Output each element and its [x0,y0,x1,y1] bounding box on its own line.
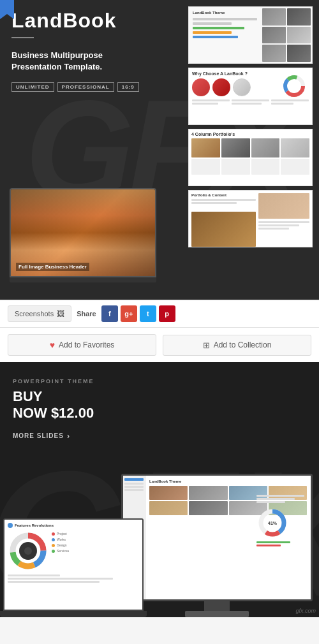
ms-item4 [124,489,144,491]
slide-thumb-1: LandBook Theme [188,6,313,64]
laptop-bottom-bar [10,277,156,282]
monitor-title: LandBook Theme [149,479,307,483]
more-slides-link[interactable]: MORE SLIDES › [13,432,115,441]
twitter-button[interactable]: t [140,305,156,322]
screenshots-icon: 🖼 [57,309,64,318]
lb-dot [8,523,13,528]
legend-dot-design [52,544,55,547]
lb-header: Features Revolutions [8,523,139,528]
collect-row: ♥ Add to Favorites ⊞ Add to Collection [0,328,319,362]
monitor-donut: 41% [256,507,304,541]
slide1-header: LandBook Theme [193,11,257,15]
top-tag [0,0,14,14]
slide4-rtl2 [258,224,299,226]
slide3-text-row [191,159,309,175]
hero-left: LandBook Business Multipurpose Presentat… [11,10,139,99]
slide1-right [261,7,312,63]
mini-photo-6 [287,45,311,62]
mc-6 [189,501,227,515]
mini-photo-4 [287,27,311,44]
tag-ratio: 16:9 [117,82,139,92]
add-to-collection-button[interactable]: ⊞ Add to Collection [163,335,311,356]
screenshots-button[interactable]: Screenshots 🖼 [8,305,71,322]
slide2-tl3 [232,99,269,101]
legend-dot-services [52,550,55,553]
mrt-red [256,545,281,546]
slide4-rtl3 [258,228,289,230]
svg-text:41%: 41% [268,521,278,525]
brand-subtitle: Business Multipurpose Presentation Templ… [11,50,139,73]
lb-donut-wrap [8,531,49,572]
facebook-button[interactable]: f [101,305,118,322]
mc-2 [189,486,227,500]
pinterest-button[interactable]: p [159,305,175,322]
slide2-circle-3 [233,78,251,96]
collection-label: Add to Collection [214,340,272,349]
monitor-base [185,611,249,617]
powerpoint-label: POWERPOINT THEME [13,378,115,384]
legend-item-project: Project [52,532,139,536]
slide3-content: 4 Column Portfolio's [189,129,312,177]
slide3-photo-grid [191,138,309,157]
monitor-right-text: 41% [256,495,304,548]
legend-item-design: Design [52,543,139,547]
buy-label: BUY [13,388,42,404]
slide2-circle-1 [192,78,210,96]
slide1-left: LandBook Theme [189,7,261,63]
heart-icon: ♥ [50,340,55,350]
mrt2 [256,498,295,500]
monitor-neck [204,601,230,611]
slide4-text-block [258,221,309,230]
slide1-line4 [193,31,232,34]
slide4-photo-main [191,212,256,247]
mrt3 [256,501,285,503]
bottom-section: GFX POWERPOINT THEME BUY NOW $12.00 MORE… [0,362,319,617]
monitor-screen: LandBook Theme [121,474,313,601]
mc-5 [149,501,188,515]
lb-business-header [8,574,139,584]
slide1-line3 [193,27,244,29]
lb-bh1 [8,574,60,576]
slide2-tl6 [271,103,293,105]
legend-text-project: Project [57,532,67,536]
slide3-photo-4 [281,138,309,157]
slide3-tb-1 [191,159,220,175]
screenshots-label: Screenshots [15,310,54,318]
add-to-favorites-button[interactable]: ♥ Add to Favorites [8,334,156,356]
slide3-photo-2 [221,138,250,157]
collection-icon: ⊞ [203,340,210,350]
monitor-donut-svg: 41% [256,507,288,539]
laptop-screen: Full Image Business Header [10,188,156,277]
svg-point-14 [24,547,32,555]
googleplus-button[interactable]: g+ [121,305,137,322]
legend-item-works: Works [52,538,139,541]
hero-section: GFX LandBook Business Multipurpose Prese… [0,0,319,300]
slide2-tl4 [232,103,262,105]
more-slides-label: MORE SLIDES [13,432,64,439]
lb-charts-area: Project Works Design Services [8,531,139,572]
mc-1 [149,486,188,500]
favorites-label: Add to Favorites [59,340,114,349]
slide4-header: Portfolio & Content [191,193,256,197]
mini-photo-2 [287,8,311,26]
slide4-left: Portfolio & Content [191,193,256,247]
legend-text-services: Services [57,549,69,553]
slide4-tl2 [191,202,237,204]
laptop-b-base [0,611,147,617]
share-label: Share [77,310,96,318]
ms-item1 [124,478,144,481]
slide3-tb-2 [221,159,250,175]
slide2-tl1 [192,99,230,101]
legend-item-services: Services [52,549,139,553]
legend-dot-project [52,532,55,536]
slide4-tl1 [191,199,256,201]
action-bar: Screenshots 🖼 Share f g+ t p [0,300,319,328]
laptop-mockup: Full Image Business Header [10,188,156,290]
ms-item3 [124,486,144,488]
slide-thumb-4: Portfolio & Content [188,190,313,247]
legend-text-works: Works [57,538,66,541]
slide3-photo-3 [251,138,280,157]
slide-thumb-2: Why Choose A LanBook ? [188,68,313,125]
price-value: NOW $12.00 [13,405,94,421]
tags-row: UNLIMITED PROFESSIONAL 16:9 [11,82,139,92]
